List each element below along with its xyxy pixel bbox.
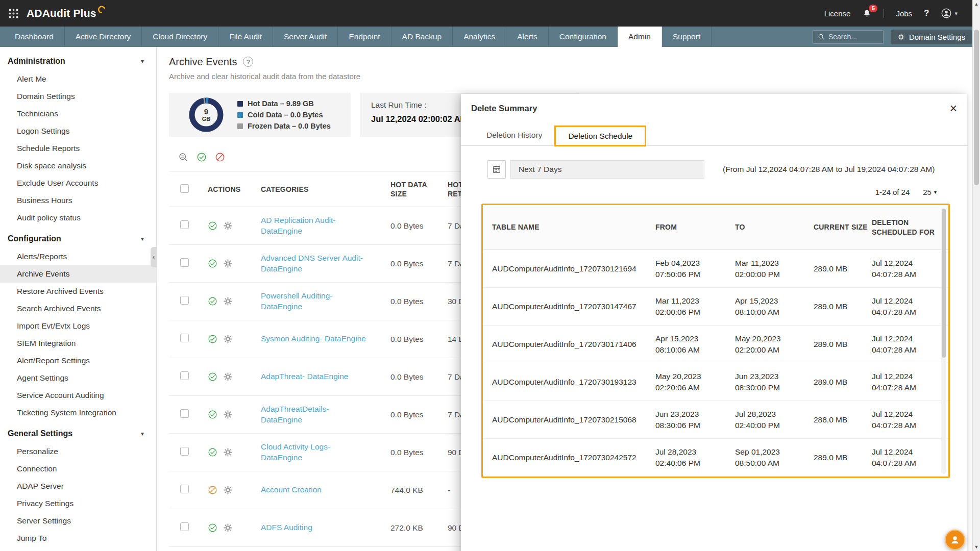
page-scrollbar[interactable]: ▲ ▼ — [972, 0, 980, 551]
archiving-enabled-icon[interactable] — [208, 410, 217, 419]
close-icon[interactable]: × — [949, 102, 957, 115]
sidebar-item[interactable]: Disk space analysis — [0, 157, 156, 174]
sidebar-item[interactable]: Agent Settings — [0, 369, 156, 387]
modal-tab[interactable]: Deletion Schedule — [554, 126, 646, 146]
sidebar-item[interactable]: SIEM Integration — [0, 335, 156, 352]
archiving-enabled-icon[interactable] — [208, 296, 217, 306]
sidebar-item[interactable]: Business Hours — [0, 192, 156, 209]
sidebar-item[interactable]: Alerts/Reports — [0, 248, 156, 265]
sidebar-item[interactable]: Import Evt/Evtx Logs — [0, 317, 156, 335]
archiving-enabled-icon[interactable] — [208, 523, 217, 533]
sidebar-section-general-settings[interactable]: General Settings ▾ — [0, 421, 156, 443]
row-checkbox[interactable] — [180, 334, 189, 342]
page-size-select[interactable]: 25 ▾ — [923, 188, 937, 196]
category-link[interactable]: Account Creation — [261, 485, 345, 495]
settings-gear-icon[interactable] — [223, 485, 233, 495]
support-chat-button[interactable] — [945, 530, 965, 550]
sidebar-item[interactable]: Domain Settings — [0, 88, 156, 105]
select-all-checkbox[interactable] — [180, 184, 189, 193]
sidebar-section-configuration[interactable]: Configuration ▾ — [0, 227, 156, 248]
archiving-enabled-icon[interactable] — [208, 334, 217, 344]
row-checkbox[interactable] — [180, 522, 189, 531]
row-checkbox[interactable] — [180, 258, 189, 267]
nav-tab[interactable]: Server Audit — [273, 27, 338, 47]
sidebar-section-administration[interactable]: Administration ▾ — [0, 49, 156, 70]
sidebar-item[interactable]: Restore Archived Events — [0, 283, 156, 300]
sidebar-item[interactable]: Privacy Settings — [0, 495, 156, 512]
sidebar-item[interactable]: Server Settings — [0, 512, 156, 530]
table-scrollbar[interactable] — [941, 208, 946, 474]
sidebar-item[interactable]: Exclude User Accounts — [0, 174, 156, 192]
row-checkbox[interactable] — [180, 485, 189, 493]
category-link[interactable]: Cloud Activity Logs-DataEngine — [261, 442, 390, 463]
nav-tab[interactable]: Configuration — [549, 27, 618, 47]
settings-gear-icon[interactable] — [223, 259, 233, 268]
sidebar-item[interactable]: Alert/Report Settings — [0, 352, 156, 369]
date-range-select[interactable]: Next 7 Days — [510, 160, 704, 179]
sidebar-item[interactable]: ADAP Server — [0, 478, 156, 495]
category-link[interactable]: ADFS Auditing — [261, 522, 336, 533]
help-icon[interactable]: ? — [924, 8, 929, 18]
apps-grid-icon[interactable] — [8, 8, 19, 19]
sidebar-item[interactable]: Archive Events — [0, 265, 156, 283]
category-link[interactable]: Powershell Auditing-DataEngine — [261, 291, 390, 312]
settings-gear-icon[interactable] — [223, 410, 233, 419]
settings-gear-icon[interactable] — [223, 372, 233, 382]
sidebar-collapse-handle[interactable]: ‹ — [151, 247, 157, 267]
row-checkbox[interactable] — [180, 220, 189, 229]
license-link[interactable]: License — [824, 9, 851, 18]
settings-gear-icon[interactable] — [223, 221, 233, 231]
category-link[interactable]: AD Replication Audit-DataEngine — [261, 215, 390, 237]
sidebar-item[interactable]: Technicians — [0, 105, 156, 122]
archiving-disabled-icon[interactable] — [208, 485, 217, 495]
nav-tab[interactable]: Analytics — [453, 27, 506, 47]
sidebar-item[interactable]: Schedule Reports — [0, 140, 156, 157]
settings-gear-icon[interactable] — [223, 296, 233, 306]
row-checkbox[interactable] — [180, 409, 189, 418]
category-link[interactable]: AdapThreatDetails- DataEngine — [261, 404, 390, 425]
calendar-icon-button[interactable] — [487, 160, 506, 179]
modal-tab[interactable]: Deletion History — [474, 124, 554, 145]
nav-tab[interactable]: Support — [662, 27, 712, 47]
category-link[interactable]: Sysmon Auditing- DataEngine — [261, 334, 389, 344]
search-box[interactable] — [813, 30, 884, 44]
sidebar-item[interactable]: Jump To — [0, 530, 156, 547]
app-logo[interactable]: ADAudit Plus — [27, 7, 106, 19]
category-link[interactable]: AdapThreat- DataEngine — [261, 371, 372, 382]
search-records-icon[interactable] — [178, 152, 188, 162]
scroll-up-arrow-icon[interactable]: ▲ — [973, 0, 980, 8]
disable-archiving-icon[interactable] — [215, 152, 225, 162]
sidebar-item[interactable]: Audit policy status — [0, 209, 156, 227]
sidebar-item[interactable]: Logon Settings — [0, 122, 156, 140]
user-menu[interactable]: ▾ — [941, 8, 958, 19]
jobs-link[interactable]: Jobs — [896, 9, 912, 18]
archiving-enabled-icon[interactable] — [208, 221, 217, 231]
nav-tab[interactable]: Active Directory — [65, 27, 142, 47]
sidebar-item[interactable]: Alert Me — [0, 70, 156, 88]
domain-settings-button[interactable]: Domain Settings — [891, 30, 972, 44]
sidebar-item[interactable]: Ticketing System Integration — [0, 404, 156, 421]
enable-archiving-icon[interactable] — [197, 152, 207, 162]
nav-tab[interactable]: Dashboard — [4, 27, 65, 47]
archiving-enabled-icon[interactable] — [208, 372, 217, 382]
nav-tab[interactable]: Admin — [618, 27, 662, 47]
category-link[interactable]: Advanced DNS Server Audit-DataEngine — [261, 253, 390, 274]
sidebar-item[interactable]: Connection — [0, 460, 156, 478]
nav-tab[interactable]: AD Backup — [391, 27, 453, 47]
archiving-enabled-icon[interactable] — [208, 447, 217, 457]
row-checkbox[interactable] — [180, 296, 189, 305]
nav-tab[interactable]: Alerts — [506, 27, 549, 47]
nav-tab[interactable]: File Audit — [218, 27, 273, 47]
search-input[interactable] — [828, 33, 878, 41]
sidebar-item[interactable]: Personalize — [0, 443, 156, 460]
notifications-bell-icon[interactable]: 5 — [862, 9, 872, 18]
nav-tab[interactable]: Endpoint — [338, 27, 391, 47]
settings-gear-icon[interactable] — [223, 523, 233, 533]
row-checkbox[interactable] — [180, 447, 189, 456]
table-scrollbar-thumb[interactable] — [942, 209, 946, 358]
settings-gear-icon[interactable] — [223, 447, 233, 457]
settings-gear-icon[interactable] — [223, 334, 233, 344]
page-scrollbar-thumb[interactable] — [974, 30, 979, 185]
page-help-icon[interactable]: ? — [243, 57, 253, 67]
nav-tab[interactable]: Cloud Directory — [142, 27, 218, 47]
